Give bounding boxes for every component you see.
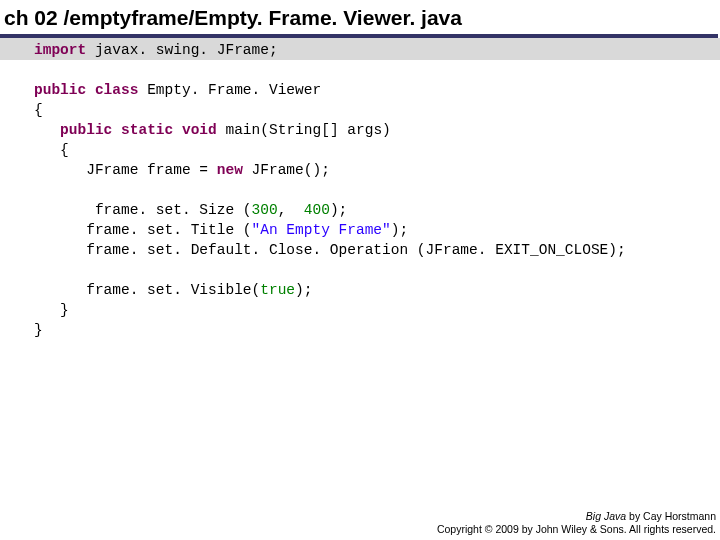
kw-void: void xyxy=(182,122,217,138)
code-text: main(String[] args) xyxy=(217,122,391,138)
title-bar: ch 02 /emptyframe/Empty. Frame. Viewer. … xyxy=(0,0,718,38)
num-literal: 300 xyxy=(252,202,278,218)
code-text: { xyxy=(34,142,69,158)
code-text: JFrame(); xyxy=(243,162,330,178)
footer: Big Java by Cay Horstmann Copyright © 20… xyxy=(437,510,716,536)
code-text: } xyxy=(34,302,69,318)
code-text: JFrame frame = xyxy=(34,162,217,178)
kw-new: new xyxy=(217,162,243,178)
code-text: frame. set. Default. Close. Operation (J… xyxy=(34,242,626,258)
code-text: frame. set. Size ( xyxy=(34,202,252,218)
code-text: frame. set. Title ( xyxy=(34,222,252,238)
code-text: ); xyxy=(391,222,408,238)
code-text: ); xyxy=(295,282,312,298)
footer-line2: Copyright © 2009 by John Wiley & Sons. A… xyxy=(437,523,716,536)
code-text: { xyxy=(34,102,43,118)
code-text xyxy=(34,122,60,138)
footer-line1: Big Java by Cay Horstmann xyxy=(437,510,716,523)
page-title: ch 02 /emptyframe/Empty. Frame. Viewer. … xyxy=(4,6,462,29)
bool-literal: true xyxy=(260,282,295,298)
kw-public: public xyxy=(60,122,112,138)
code-block: import javax. swing. JFrame; public clas… xyxy=(0,38,720,340)
author-text: by Cay Horstmann xyxy=(626,510,716,522)
code-text: javax. swing. JFrame; xyxy=(86,42,277,58)
code-text: } xyxy=(34,322,43,338)
code-text: Empty. Frame. Viewer xyxy=(138,82,321,98)
code-text: , xyxy=(278,202,304,218)
kw-class: class xyxy=(95,82,139,98)
num-literal: 400 xyxy=(304,202,330,218)
str-literal: "An Empty Frame" xyxy=(252,222,391,238)
code-text: ); xyxy=(330,202,347,218)
kw-public: public xyxy=(34,82,86,98)
kw-static: static xyxy=(121,122,173,138)
code-text: frame. set. Visible( xyxy=(34,282,260,298)
kw-import: import xyxy=(34,42,86,58)
book-title: Big Java xyxy=(586,510,626,522)
